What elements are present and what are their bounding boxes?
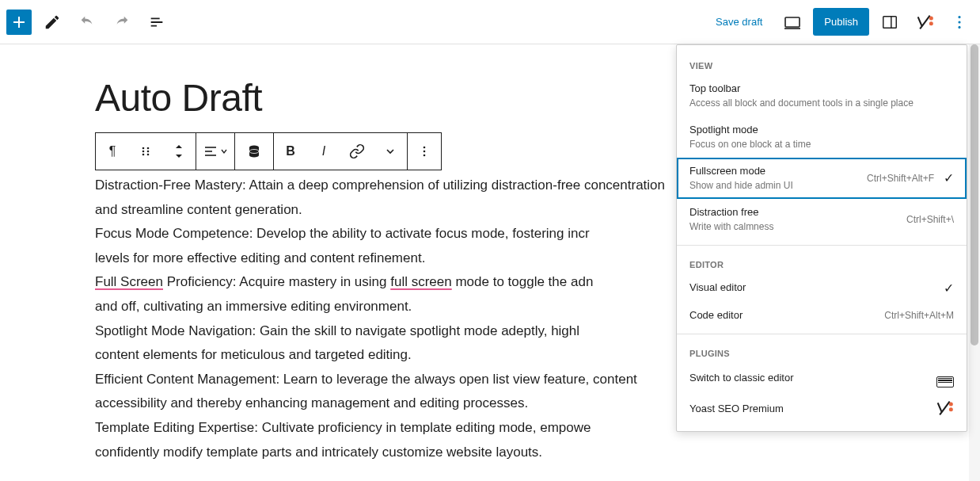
- more-formatting-button[interactable]: [374, 133, 407, 170]
- topbar-left: [6, 8, 171, 36]
- undo-button[interactable]: [73, 8, 101, 36]
- menu-section-view: VIEW: [677, 52, 967, 75]
- svg-rect-2: [883, 16, 897, 28]
- settings-sidebar-toggle[interactable]: [876, 8, 904, 36]
- editor-topbar: Save draft Publish: [0, 0, 980, 44]
- italic-button[interactable]: I: [307, 133, 340, 170]
- menu-section-plugins: PLUGINS: [677, 339, 967, 363]
- align-icon[interactable]: [196, 133, 234, 170]
- paragraph-text: content elements for meticulous and targ…: [95, 347, 412, 362]
- paragraph-text: Efficient Content Management: Learn to l…: [95, 372, 637, 411]
- svg-point-23: [949, 402, 953, 406]
- menu-item-title: Yoast SEO Premium: [689, 402, 925, 416]
- drag-handle-icon[interactable]: [129, 133, 162, 170]
- svg-point-13: [142, 154, 145, 156]
- paragraph-text: Distraction-Free Mastery: Attain a deep …: [95, 178, 665, 217]
- menu-item-desc: Show and hide admin UI: [689, 179, 857, 193]
- menu-item-title: Distraction free: [689, 205, 897, 220]
- preview-button[interactable]: [778, 8, 807, 36]
- block-options-button[interactable]: [408, 133, 441, 170]
- svg-point-6: [958, 16, 960, 18]
- svg-point-9: [142, 147, 145, 150]
- link-button[interactable]: [340, 133, 374, 170]
- spelling-error: Full Screen: [95, 274, 163, 289]
- svg-rect-0: [785, 17, 800, 27]
- menu-item-top-toolbar[interactable]: Top toolbar Access all block and documen…: [677, 75, 967, 116]
- post-title[interactable]: Auto Draft: [95, 76, 673, 120]
- keyboard-shortcut: Ctrl+Shift+Alt+M: [884, 310, 954, 321]
- publish-button[interactable]: Publish: [813, 8, 869, 36]
- add-block-button[interactable]: [6, 10, 32, 35]
- menu-item-visual-editor[interactable]: Visual editor ✓: [677, 274, 967, 302]
- redo-button[interactable]: [108, 8, 136, 36]
- svg-point-7: [958, 21, 960, 23]
- paragraph-text: Proficiency: Acquire mastery in using: [163, 274, 390, 289]
- options-menu-button[interactable]: [945, 8, 974, 36]
- paragraph-text: mode to toggle the adn: [452, 274, 594, 289]
- svg-point-5: [929, 21, 933, 25]
- keyboard-shortcut: Ctrl+Shift+\: [906, 214, 954, 225]
- edit-tool-icon[interactable]: [38, 8, 66, 36]
- menu-divider: [677, 334, 967, 334]
- svg-point-11: [142, 151, 145, 153]
- svg-point-21: [424, 151, 426, 153]
- paragraph-block-icon[interactable]: ¶: [96, 133, 129, 170]
- yoast-icon: [935, 400, 954, 418]
- check-icon: ✓: [944, 170, 954, 185]
- svg-point-14: [147, 154, 150, 156]
- svg-point-20: [424, 147, 426, 149]
- menu-item-title: Visual editor: [689, 281, 934, 295]
- menu-item-desc: Write with calmness: [689, 220, 897, 234]
- menu-item-title: Fullscreen mode: [689, 164, 857, 178]
- post-content[interactable]: Distraction-Free Mastery: Attain a deep …: [95, 174, 673, 464]
- options-dropdown-menu: VIEW Top toolbar Access all block and do…: [676, 44, 967, 432]
- yoast-icon[interactable]: [910, 8, 939, 36]
- paragraph-text: Template Editing Expertise: Cultivate pr…: [95, 420, 591, 435]
- paragraph-text: levels for more effective editing and co…: [95, 250, 425, 265]
- menu-item-distraction-free[interactable]: Distraction free Write with calmness Ctr…: [677, 199, 967, 240]
- menu-item-title: Spotlight mode: [689, 123, 954, 137]
- vertical-scrollbar[interactable]: [969, 44, 980, 464]
- check-icon: ✓: [944, 281, 954, 296]
- editor-canvas: Auto Draft Distraction-Free Mastery: Att…: [0, 44, 673, 464]
- menu-item-classic-editor[interactable]: Switch to classic editor: [677, 363, 967, 394]
- svg-point-8: [958, 25, 960, 28]
- menu-section-editor: EDITOR: [677, 250, 967, 274]
- menu-item-desc: Focus on one block at a time: [689, 138, 954, 151]
- menu-item-spotlight[interactable]: Spotlight mode Focus on one block at a t…: [677, 116, 967, 158]
- block-toolbar: ¶ B I: [95, 132, 442, 170]
- menu-divider: [677, 245, 967, 246]
- move-up-down-icon[interactable]: [162, 133, 196, 170]
- menu-item-desc: Access all block and document tools in a…: [689, 97, 954, 110]
- menu-item-fullscreen[interactable]: Fullscreen mode Show and hide admin UI C…: [677, 158, 967, 199]
- paragraph-text: Spotlight Mode Navigation: Gain the skil…: [95, 323, 579, 338]
- paragraph-text: confidently modify template parts and in…: [95, 445, 542, 460]
- menu-item-title: Top toolbar: [689, 82, 954, 96]
- svg-point-10: [147, 147, 150, 150]
- menu-item-code-editor[interactable]: Code editor Ctrl+Shift+Alt+M: [677, 302, 967, 329]
- database-icon[interactable]: [235, 133, 273, 170]
- scrollbar-thumb[interactable]: [971, 44, 978, 345]
- svg-point-12: [147, 151, 150, 153]
- svg-point-22: [424, 155, 426, 157]
- save-draft-button[interactable]: Save draft: [706, 10, 772, 34]
- spelling-error: full screen: [390, 274, 451, 289]
- document-overview-button[interactable]: [142, 8, 171, 36]
- topbar-right: Save draft Publish: [706, 8, 974, 36]
- svg-point-4: [929, 16, 933, 20]
- svg-point-24: [949, 407, 953, 411]
- menu-item-yoast[interactable]: Yoast SEO Premium: [677, 394, 967, 425]
- paragraph-text: and off, cultivating an immersive editin…: [95, 299, 412, 314]
- keyboard-shortcut: Ctrl+Shift+Alt+F: [867, 173, 934, 184]
- bold-button[interactable]: B: [274, 133, 307, 170]
- menu-item-title: Code editor: [689, 308, 875, 323]
- menu-item-title: Switch to classic editor: [689, 371, 927, 385]
- keyboard-icon: [936, 369, 954, 387]
- paragraph-text: Focus Mode Competence: Develop the abili…: [95, 226, 590, 241]
